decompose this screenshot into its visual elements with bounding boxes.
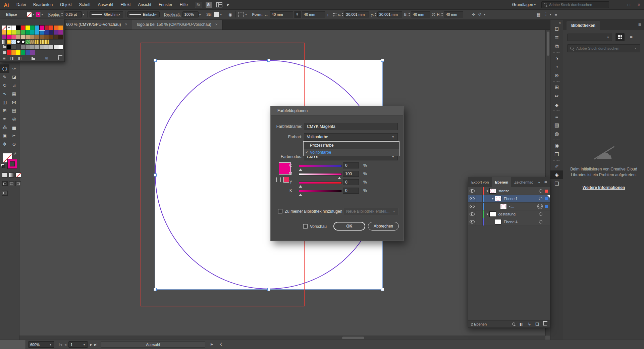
selection-handle-mid-left[interactable] xyxy=(154,173,157,177)
stroke-weight-field[interactable]: 0,25 pt xyxy=(64,11,82,17)
chevron-down-icon[interactable]: ▾ xyxy=(83,13,85,16)
status-display[interactable]: Auswahl xyxy=(101,341,205,348)
target-circle-icon[interactable] xyxy=(539,197,542,200)
make-clip-mask-icon[interactable]: ◧ xyxy=(520,322,523,327)
chevron-right-icon[interactable]: ▸ xyxy=(200,13,201,16)
swatch-pat-green[interactable] xyxy=(25,40,30,44)
selection-handle-bottom-center[interactable] xyxy=(267,288,270,291)
tab-ebenen[interactable]: Ebenen xyxy=(492,177,512,187)
delete-swatch-icon[interactable] xyxy=(58,56,62,60)
swatch-pat-dot[interactable] xyxy=(16,40,21,44)
dropdown-item-volltonfarbe[interactable]: ✓Volltonfarbe xyxy=(304,149,399,156)
more-information-link[interactable]: Weitere Informationen xyxy=(583,185,625,190)
swatch-grad-gold[interactable] xyxy=(35,40,40,44)
swatch-color[interactable] xyxy=(16,30,21,35)
lock-toggle[interactable] xyxy=(476,195,483,202)
layer-name[interactable]: gestaltung xyxy=(498,212,516,216)
zoom-level-select[interactable]: 600% ▾ xyxy=(28,341,54,348)
layer-thumbnail[interactable] xyxy=(489,188,496,194)
visibility-toggle[interactable] xyxy=(468,210,476,218)
swatch-kinds-icon[interactable]: ◧ xyxy=(18,56,21,60)
layer-thumbnail[interactable] xyxy=(500,204,507,209)
swatch-color[interactable] xyxy=(7,30,11,35)
collapse-dock-icon[interactable]: « xyxy=(550,19,563,24)
stroke-weight-stepper[interactable] xyxy=(61,12,63,17)
slice-tool[interactable]: ✂ xyxy=(9,132,19,140)
swatch-color[interactable] xyxy=(21,50,25,55)
transparency-panel-icon[interactable]: ◍ xyxy=(550,130,563,138)
swatch-color[interactable] xyxy=(25,35,30,39)
swatch-group-folder[interactable] xyxy=(2,45,7,49)
swatch-color[interactable] xyxy=(7,50,11,55)
bridge-badge-icon[interactable]: Br xyxy=(195,2,202,8)
swatch-libraries-icon[interactable]: ≣ xyxy=(3,56,6,60)
pencil-tool[interactable]: ✎ xyxy=(0,73,9,81)
close-tab-icon[interactable]: × xyxy=(215,22,218,27)
swatch-pat-tex[interactable] xyxy=(30,40,35,44)
width-stepper[interactable] xyxy=(408,12,410,17)
slider-value-field[interactable]: 100 xyxy=(343,171,359,177)
swatch-color[interactable] xyxy=(7,45,11,49)
slider-track[interactable] xyxy=(299,190,342,192)
next-artboard-button[interactable]: ▶ xyxy=(90,343,92,346)
recolor-artwork-icon[interactable]: ◉ xyxy=(228,12,232,17)
menu-item-hilfe[interactable]: Hilfe xyxy=(176,0,192,9)
swatch-color[interactable] xyxy=(21,26,25,30)
swatch-color[interactable] xyxy=(2,35,7,39)
slider-thumb[interactable] xyxy=(299,192,302,196)
layer-name[interactable]: stanze xyxy=(498,189,509,193)
swatch-name-input[interactable]: CMYK Magenta xyxy=(304,123,398,130)
draw-behind-button[interactable] xyxy=(9,181,14,186)
gradient-tool[interactable]: ▤ xyxy=(9,106,19,115)
selection-handle-bottom-right[interactable] xyxy=(381,288,384,291)
color-button[interactable] xyxy=(2,172,8,178)
asset-export-panel-icon[interactable]: ⇗ xyxy=(550,162,563,170)
selection-handle-top-center[interactable] xyxy=(267,59,270,62)
lock-toggle[interactable] xyxy=(476,187,483,195)
new-sublayer-icon[interactable]: ↳ xyxy=(528,322,531,327)
stroke-color-control[interactable] xyxy=(36,12,41,17)
eyedropper-tool[interactable]: ✒ xyxy=(0,115,9,123)
locate-object-icon[interactable] xyxy=(512,322,515,326)
window-maximize-button[interactable]: □ xyxy=(624,0,634,9)
swatch-color[interactable] xyxy=(54,35,58,39)
swatch-color[interactable] xyxy=(58,35,63,39)
menu-item-datei[interactable]: Datei xyxy=(13,0,30,9)
constrain-proportions-icon[interactable]: ∞ xyxy=(294,11,301,18)
width-field[interactable]: 40 mm xyxy=(411,11,430,17)
lock-toggle[interactable] xyxy=(476,210,483,218)
lock-toggle[interactable] xyxy=(476,218,483,226)
visibility-toggle[interactable] xyxy=(468,218,476,226)
column-graph-tool[interactable]: ▅ xyxy=(9,123,19,132)
recolor-artwork-panel-icon[interactable]: ⊛ xyxy=(550,71,563,80)
stroke-weight-label[interactable]: Kontur: xyxy=(48,12,60,17)
shape-width-field[interactable]: 40 mm xyxy=(270,11,293,17)
swatch-color[interactable] xyxy=(54,26,58,30)
swatch-grad-radial[interactable] xyxy=(7,40,11,44)
graphic-styles-panel-icon[interactable]: ❒ xyxy=(550,150,563,159)
swatch-grad-bw[interactable] xyxy=(2,40,7,44)
swatch-color[interactable] xyxy=(30,45,35,49)
swap-fill-stroke-icon[interactable]: ⇄ xyxy=(13,152,16,155)
free-transform-tool[interactable]: ▦ xyxy=(9,90,19,98)
swatch-color[interactable] xyxy=(7,35,11,39)
chevron-down-icon[interactable]: ▾ xyxy=(245,13,247,16)
menu-item-fenster[interactable]: Fenster xyxy=(155,0,176,9)
screen-mode-button[interactable] xyxy=(2,191,8,196)
swatch-color[interactable] xyxy=(21,35,25,39)
swatch-color[interactable] xyxy=(40,45,44,49)
swatch-color[interactable] xyxy=(58,45,63,49)
swatch-color[interactable] xyxy=(49,45,54,49)
swatch-color[interactable] xyxy=(44,30,49,35)
dialog-title-bar[interactable]: Farbfeldoptionen xyxy=(271,106,403,116)
swatch-color[interactable] xyxy=(35,26,40,30)
last-artboard-button[interactable]: ▶| xyxy=(94,343,97,346)
preview-checkbox[interactable] xyxy=(303,224,308,229)
swatches-panel-icon[interactable]: ⊞ xyxy=(550,83,563,92)
slider-value-field[interactable]: 0 xyxy=(343,188,359,194)
eraser-tool[interactable]: ◪ xyxy=(9,73,19,81)
symbol-sprayer-tool[interactable]: ⁂ xyxy=(0,123,9,132)
blend-tool[interactable]: ◎ xyxy=(9,115,19,123)
swatch-color[interactable] xyxy=(11,45,16,49)
swatch-color[interactable] xyxy=(25,26,30,30)
